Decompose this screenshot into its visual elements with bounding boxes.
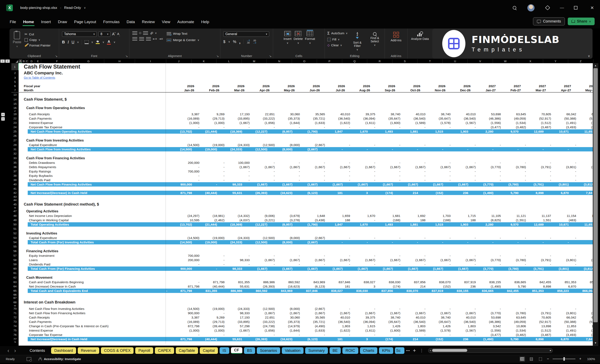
- row-label[interactable]: Net Cash Flow from Operating Activities: [28, 129, 169, 134]
- cell[interactable]: (1,644): [277, 328, 302, 333]
- row-header-70[interactable]: 70: [11, 307, 19, 311]
- cell[interactable]: -: [277, 254, 302, 258]
- row-header-26[interactable]: 26: [11, 134, 19, 138]
- cell[interactable]: 1,648: [302, 214, 327, 218]
- cell[interactable]: 900,000: [169, 266, 194, 271]
- add-ins-button[interactable]: Add-ins: [391, 32, 402, 53]
- select-all-button[interactable]: [12, 59, 19, 63]
- cell[interactable]: 2026: [272, 84, 297, 88]
- row-label[interactable]: [19, 227, 171, 231]
- cell[interactable]: 39,375: [352, 112, 377, 116]
- row-header-67[interactable]: 67: [11, 296, 19, 300]
- row-header-19[interactable]: 19: [11, 112, 19, 116]
- cell[interactable]: -: [370, 240, 395, 244]
- column-header-Z[interactable]: Z: [568, 59, 593, 63]
- cell[interactable]: 9,570: [496, 129, 521, 134]
- cell[interactable]: 837,856: [403, 280, 428, 284]
- cell[interactable]: -: [546, 147, 571, 151]
- outline-expand-button[interactable]: +: [1, 117, 5, 121]
- cell[interactable]: (2,667): [302, 236, 327, 240]
- row-label[interactable]: Cash and Cash Equivalents Beginning: [19, 280, 176, 284]
- cell[interactable]: (1,644): [277, 121, 302, 125]
- cell[interactable]: -: [176, 178, 202, 182]
- cell[interactable]: -: [528, 169, 553, 173]
- cell[interactable]: -: [176, 262, 202, 266]
- row-header-49[interactable]: 49: [11, 218, 19, 222]
- cell[interactable]: (3,780): [496, 266, 521, 271]
- row-header-60[interactable]: 60: [11, 266, 19, 271]
- cell[interactable]: 1,692: [403, 214, 428, 218]
- cell[interactable]: (1,667): [445, 266, 470, 271]
- row-label[interactable]: [19, 151, 171, 155]
- cell[interactable]: (3,801): [546, 182, 571, 187]
- cell[interactable]: (1,790): [295, 129, 320, 134]
- cell[interactable]: 2026: [372, 84, 397, 88]
- cell[interactable]: 837,846: [295, 289, 320, 293]
- row-header-35[interactable]: 35: [11, 161, 19, 165]
- cell[interactable]: (24,297): [176, 214, 202, 218]
- cell[interactable]: (9,006): [252, 214, 277, 218]
- cell[interactable]: (1,667): [252, 165, 277, 169]
- cell[interactable]: -: [428, 236, 453, 240]
- cell[interactable]: 1,670: [345, 129, 370, 134]
- cell[interactable]: (1,667): [244, 182, 270, 187]
- cell[interactable]: (8,000): [277, 236, 302, 240]
- cell[interactable]: -: [327, 178, 352, 182]
- row-header-5[interactable]: 5: [11, 80, 19, 84]
- cell[interactable]: 2026: [448, 84, 473, 88]
- cell[interactable]: (2,462): [202, 218, 227, 222]
- row-header-68[interactable]: 68: [11, 300, 19, 305]
- cell[interactable]: (3,812): [571, 182, 596, 187]
- cell[interactable]: 2026: [171, 84, 197, 88]
- row-label[interactable]: Loans: [19, 258, 176, 262]
- cell[interactable]: 1,493: [370, 222, 395, 227]
- row-header-24[interactable]: 24: [11, 125, 19, 129]
- cell[interactable]: (16,623): [269, 337, 295, 341]
- cell[interactable]: (35,647): [428, 116, 453, 121]
- cell[interactable]: 837,846: [327, 280, 352, 284]
- row-label[interactable]: [19, 305, 171, 307]
- cell[interactable]: -: [478, 169, 503, 173]
- cell[interactable]: 2,280: [470, 222, 496, 227]
- cell[interactable]: -: [453, 236, 478, 240]
- row-header-78[interactable]: 78: [11, 341, 19, 343]
- cell[interactable]: -: [327, 254, 352, 258]
- row-label[interactable]: Cash Receipts: [19, 315, 176, 319]
- cell[interactable]: (1,667): [327, 258, 352, 262]
- row-label[interactable]: Dividends Paid: [19, 178, 176, 182]
- cell[interactable]: (1,667): [302, 258, 327, 262]
- cell[interactable]: 843,969: [269, 289, 295, 293]
- cell[interactable]: 40,010: [403, 112, 428, 116]
- row-header-32[interactable]: 32: [11, 151, 19, 155]
- cell[interactable]: (3,801): [546, 266, 571, 271]
- menu-tab-view[interactable]: View: [158, 17, 174, 27]
- column-header-B[interactable]: B: [22, 59, 26, 63]
- cell[interactable]: -: [377, 236, 403, 240]
- cell[interactable]: 3: [352, 284, 377, 289]
- cell[interactable]: (6,123): [295, 337, 320, 341]
- row-header-66[interactable]: 66: [11, 293, 19, 296]
- cell[interactable]: 3,387: [176, 315, 202, 319]
- cell[interactable]: 871,798: [176, 284, 202, 289]
- cell[interactable]: -: [503, 143, 528, 147]
- read-only-badge[interactable]: Read-Only: [64, 6, 81, 10]
- cell[interactable]: 886,986: [252, 280, 277, 284]
- cell[interactable]: 70,605: [528, 315, 553, 319]
- cell[interactable]: (1,667): [252, 258, 277, 262]
- cell[interactable]: -: [227, 169, 252, 173]
- cell[interactable]: (40,444): [194, 337, 219, 341]
- cell[interactable]: -: [403, 307, 428, 311]
- cell[interactable]: -: [528, 161, 553, 165]
- cell[interactable]: -: [377, 173, 403, 178]
- cell[interactable]: (8,000): [269, 147, 295, 151]
- sheet-stats-icon[interactable]: [27, 357, 31, 361]
- row-label[interactable]: Capital Expenditure: [19, 143, 176, 147]
- row-label[interactable]: Equity Investment: [19, 254, 176, 258]
- row-label[interactable]: Interest Expense: [19, 121, 176, 125]
- cell[interactable]: (1,667): [403, 311, 428, 315]
- cell[interactable]: -: [528, 173, 553, 178]
- cell[interactable]: (33,895): [227, 116, 252, 121]
- cell[interactable]: (3,770): [478, 165, 503, 169]
- row-header-61[interactable]: 61: [11, 271, 19, 275]
- cell[interactable]: -: [202, 125, 227, 129]
